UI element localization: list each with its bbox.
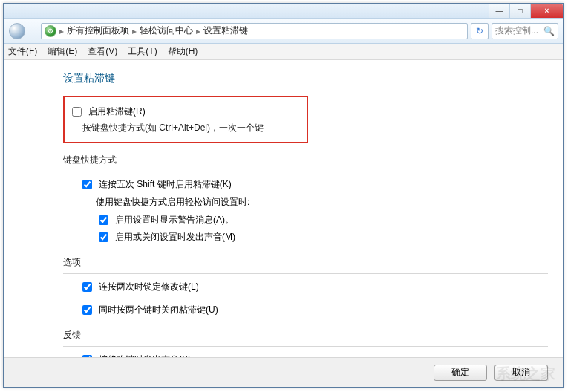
search-icon: 🔍 — [543, 26, 555, 36]
warn-checkbox[interactable] — [99, 215, 108, 225]
lock-modifier-label: 连按两次时锁定修改键(L) — [99, 281, 199, 293]
divider — [63, 346, 548, 347]
minimize-button[interactable]: — — [489, 4, 509, 18]
divider — [63, 171, 548, 172]
section-feedback: 反馈 — [63, 329, 548, 342]
lock-modifier-checkbox[interactable] — [82, 282, 92, 292]
refresh-button[interactable]: ↻ — [471, 23, 489, 39]
menu-tools[interactable]: 工具(T) — [128, 45, 157, 58]
maximize-button[interactable]: □ — [509, 4, 530, 18]
menu-edit[interactable]: 编辑(E) — [48, 45, 77, 58]
highlight-box: 启用粘滞键(R) 按键盘快捷方式(如 Ctrl+Alt+Del)，一次一个键 — [63, 96, 308, 143]
menu-help[interactable]: 帮助(H) — [168, 45, 198, 58]
footer-bar: 确定 取消 — [4, 357, 563, 387]
enable-sticky-keys-label: 启用粘滞键(R) — [88, 105, 146, 118]
close-button[interactable]: × — [530, 4, 563, 18]
breadcrumb-all-items[interactable]: 所有控制面板项 — [67, 24, 129, 37]
shift5-desc: 使用键盘快捷方式启用轻松访问设置时: — [96, 196, 548, 209]
sound-checkbox[interactable] — [99, 232, 108, 242]
ok-button[interactable]: 确定 — [434, 365, 487, 381]
window-frame: — □ × ⚙ ▸ 所有控制面板项 ▸ 轻松访问中心 ▸ 设置粘滞键 ↻ 搜索控… — [3, 3, 564, 388]
page-title: 设置粘滞键 — [63, 72, 548, 85]
enable-sticky-keys-desc: 按键盘快捷方式(如 Ctrl+Alt+Del)，一次一个键 — [82, 122, 301, 134]
back-icon[interactable] — [9, 23, 25, 39]
explorer-bar: ⚙ ▸ 所有控制面板项 ▸ 轻松访问中心 ▸ 设置粘滞键 ↻ 搜索控制... 🔍 — [4, 19, 563, 44]
address-bar[interactable]: ⚙ ▸ 所有控制面板项 ▸ 轻松访问中心 ▸ 设置粘滞键 — [41, 23, 468, 39]
search-placeholder: 搜索控制... — [495, 24, 538, 37]
chevron-right-icon: ▸ — [132, 26, 137, 36]
chevron-right-icon: ▸ — [196, 26, 200, 36]
menu-view[interactable]: 查看(V) — [88, 45, 117, 58]
divider — [63, 273, 548, 274]
refresh-icon: ↻ — [476, 26, 483, 36]
menu-file[interactable]: 文件(F) — [8, 45, 37, 58]
enable-sticky-keys-checkbox[interactable] — [72, 107, 82, 117]
warn-label: 启用设置时显示警告消息(A)。 — [115, 214, 234, 226]
section-options: 选项 — [63, 256, 548, 269]
cancel-button[interactable]: 取消 — [494, 365, 548, 381]
breadcrumb-ease-of-access[interactable]: 轻松访问中心 — [140, 24, 193, 37]
shift5-checkbox[interactable] — [82, 180, 92, 189]
breadcrumb-sticky-keys[interactable]: 设置粘滞键 — [203, 24, 248, 37]
nav-back-forward[interactable] — [8, 22, 38, 41]
shift5-label: 连按五次 Shift 键时启用粘滞键(K) — [99, 178, 232, 191]
section-keyboard-shortcut: 键盘快捷方式 — [63, 154, 548, 166]
control-panel-icon: ⚙ — [45, 25, 56, 37]
twokeys-off-checkbox[interactable] — [82, 305, 92, 315]
content-area[interactable]: 设置粘滞键 启用粘滞键(R) 按键盘快捷方式(如 Ctrl+Alt+Del)，一… — [4, 62, 563, 357]
sound-label: 启用或关闭设置时发出声音(M) — [115, 231, 235, 244]
titlebar: — □ × — [4, 4, 563, 19]
twokeys-off-label: 同时按两个键时关闭粘滞键(U) — [99, 304, 218, 316]
chevron-right-icon: ▸ — [59, 26, 64, 36]
search-input[interactable]: 搜索控制... 🔍 — [492, 23, 558, 39]
menu-bar: 文件(F) 编辑(E) 查看(V) 工具(T) 帮助(H) — [4, 44, 563, 60]
